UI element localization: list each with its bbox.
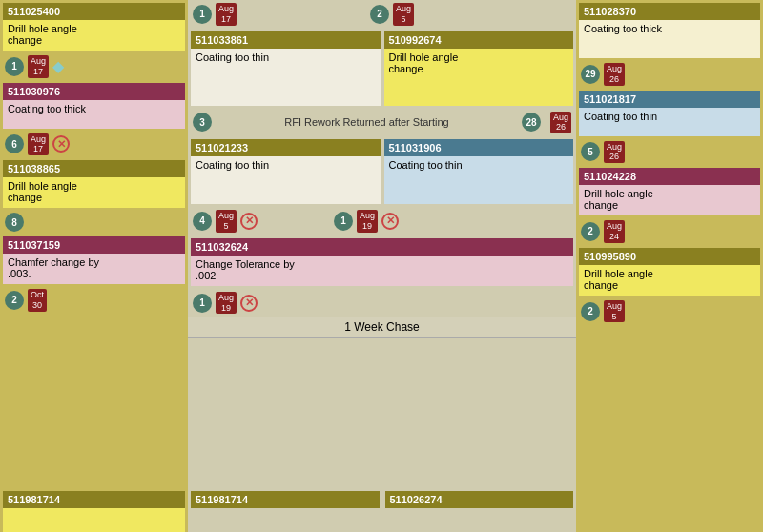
mid-mid-cards: 511021233 Coating too thin 511031906 Coa… <box>188 136 576 207</box>
card-title: Drill hole anglechange <box>3 177 185 208</box>
bottom-badge-row-3: 1 Aug19 ✕ <box>188 289 576 317</box>
section-label-row: 3 RFI Rework Returned after Starting 28 … <box>188 109 576 137</box>
card-id: 511032624 <box>191 238 573 256</box>
card-badge-row-1: 1 Aug17 ◆ <box>0 53 188 80</box>
mid-top-left: 511033861 Coating too thin <box>188 29 382 109</box>
card-511028370[interactable]: 511028370 Coating too thick <box>579 3 760 58</box>
circle-badge: 1 <box>5 57 24 76</box>
card-id: 511038865 <box>3 160 185 177</box>
right-card3-date: Aug5 <box>604 300 625 323</box>
date-badge: Aug17 <box>28 55 49 78</box>
right-card2-badge: 2 <box>581 222 600 241</box>
mid-top-right: 510992674 Drill hole anglechange <box>382 29 577 109</box>
card-511021233[interactable]: 511021233 Coating too thin <box>191 139 381 204</box>
card-id: 511024228 <box>579 168 760 185</box>
bottom-partial-left: 511981714 <box>188 488 382 532</box>
right-card1-date: Aug26 <box>604 141 625 164</box>
card-title: Coating too thin <box>579 108 760 136</box>
circle-badge: 6 <box>5 134 24 153</box>
card-title: Change Tolerance by.002 <box>191 256 573 286</box>
right-card1-badge: 5 <box>581 142 600 161</box>
x-icon[interactable]: ✕ <box>52 135 70 153</box>
card-id: 511031906 <box>384 139 574 156</box>
card-id: 511021817 <box>579 91 760 108</box>
right-card1-badge-row: 5 Aug26 <box>576 139 763 166</box>
right-top-date: Aug26 <box>604 63 625 86</box>
section-right-date: Aug26 <box>550 112 571 134</box>
mid-column: 1 Aug17 2 Aug5 511033861 Coating too thi… <box>188 0 576 532</box>
card-511025400[interactable]: 511025400 Drill hole anglechange <box>3 3 185 51</box>
card-510995890[interactable]: 510995890 Drill hole anglechange <box>579 248 760 296</box>
right-column: 511028370 Coating too thick 29 Aug26 511… <box>576 0 763 532</box>
bottom-left-date: Aug5 <box>216 210 237 233</box>
card-511031906[interactable]: 511031906 Coating too thin <box>384 139 574 204</box>
card-title: Drill hole anglechange <box>579 185 760 215</box>
right-top-badge-row: 29 Aug26 <box>576 61 763 88</box>
mid-mid-right: 511031906 Coating too thin <box>382 136 577 207</box>
right-top-badge: 29 <box>581 65 600 84</box>
date-badge: Oct30 <box>28 289 47 312</box>
card-511021817[interactable]: 511021817 Coating too thin <box>579 91 760 136</box>
card-id: 510995890 <box>579 248 760 265</box>
x-icon-right[interactable]: ✕ <box>382 213 399 230</box>
card-bottom-left[interactable]: 511981714 <box>3 491 185 529</box>
top-badge-strip: 1 Aug17 2 Aug5 <box>188 0 576 29</box>
card-title: Coating too thin <box>191 156 381 204</box>
card-511032624[interactable]: 511032624 Change Tolerance by.002 <box>191 238 573 286</box>
card-511038865[interactable]: 511038865 Drill hole anglechange <box>3 160 185 208</box>
card-511026274-bottom[interactable]: 511026274 <box>385 491 574 529</box>
top-left-badge: 1 <box>193 5 212 24</box>
right-card2-badge-row: 2 Aug24 <box>576 218 763 245</box>
card-id: 511981714 <box>3 491 185 508</box>
kanban-board: 511025400 Drill hole anglechange 1 Aug17… <box>0 0 763 532</box>
card-id: 511037159 <box>3 236 185 254</box>
card-id: 511026274 <box>385 491 574 508</box>
card-title: Drill hole anglechange <box>3 20 185 51</box>
section-left-badge: 3 <box>193 113 212 132</box>
card-id: 511021233 <box>191 139 381 156</box>
bottom-partial-right: 511026274 <box>382 488 577 532</box>
right-card2-date: Aug24 <box>604 220 625 243</box>
card-id: 510992674 <box>384 31 574 49</box>
card-id: 511030976 <box>3 83 185 100</box>
card-badge-row-2: 6 Aug17 ✕ <box>0 132 188 158</box>
x-icon-bottom3[interactable]: ✕ <box>240 295 258 312</box>
card-510992674[interactable]: 510992674 Drill hole anglechange <box>384 31 574 106</box>
card-title: Drill hole anglechange <box>384 49 574 106</box>
top-left-date: Aug17 <box>216 3 237 26</box>
card-title: Drill hole anglechange <box>579 265 760 296</box>
card-id: 511981714 <box>191 491 380 508</box>
bottom3-badge: 1 <box>193 294 212 313</box>
card-badge-row-3: 8 <box>0 211 188 234</box>
right-card3-badge-row: 2 Aug5 <box>576 298 763 325</box>
mid-mid-left: 511021233 Coating too thin <box>188 136 382 207</box>
section-right-badge: 28 <box>522 113 541 132</box>
top-right-badge: 2 <box>370 5 389 24</box>
card-511030976[interactable]: 511030976 Coating too thick <box>3 83 185 129</box>
left-column: 511025400 Drill hole anglechange 1 Aug17… <box>0 0 188 532</box>
card-511033861[interactable]: 511033861 Coating too thin <box>191 31 381 106</box>
diamond-icon: ◆ <box>52 57 64 75</box>
bottom-right-badge: 1 <box>334 212 353 231</box>
card-title: Coating too thick <box>3 100 185 129</box>
card-id: 511025400 <box>3 3 185 20</box>
card-title: Coating too thick <box>579 20 760 58</box>
card-511981714-bottom[interactable]: 511981714 <box>191 491 380 529</box>
section-label: RFI Rework Returned after Starting <box>221 116 512 128</box>
card-511024228[interactable]: 511024228 Drill hole anglechange <box>579 168 760 215</box>
date-badge: Aug17 <box>28 133 49 156</box>
card-title <box>3 508 185 532</box>
bottom-left-badge: 4 <box>193 212 212 231</box>
card-title: Coating too thin <box>384 156 574 204</box>
x-icon-left[interactable]: ✕ <box>240 213 258 230</box>
card-title: Coating too thin <box>191 49 381 106</box>
circle-badge: 2 <box>5 291 24 310</box>
mid-bottom-badge-row: 4 Aug5 ✕ 1 Aug19 ✕ <box>188 207 576 235</box>
card-511037159[interactable]: 511037159 Chamfer change by.003. <box>3 236 185 284</box>
card-title: Chamfer change by.003. <box>3 254 185 284</box>
week-chase-label: 1 Week Chase <box>188 317 576 338</box>
circle-badge: 8 <box>5 213 24 232</box>
mid-top-cards: 511033861 Coating too thin 510992674 Dri… <box>188 29 576 109</box>
bottom3-date: Aug19 <box>216 292 237 315</box>
card-id: 511028370 <box>579 3 760 20</box>
